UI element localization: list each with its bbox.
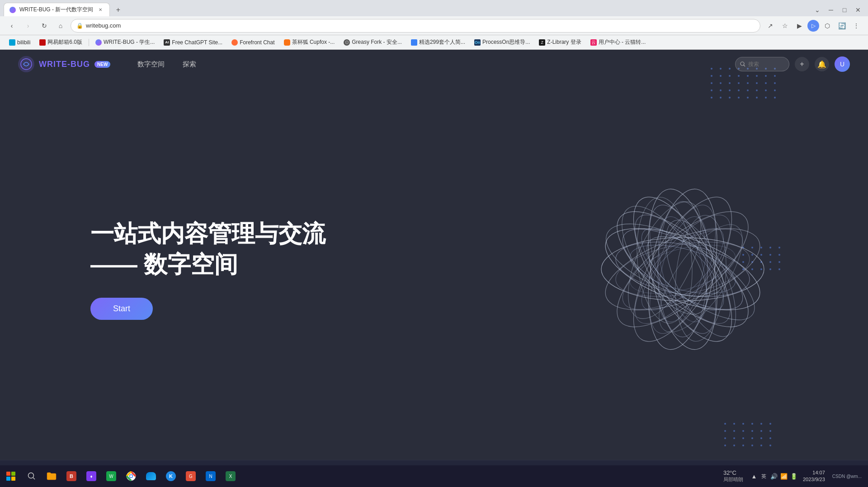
chahu-favicon — [284, 39, 290, 46]
svg-point-20 — [612, 214, 754, 324]
netease-label: 网易邮箱6.0版 — [47, 38, 82, 46]
greasy-favicon: ⚙ — [344, 39, 350, 46]
browser-toolbar: ‹ › ↻ ⌂ 🔒 writebug.com ↗ ☆ ▶ ▷ ⬡ 🔄 ⋮ — [0, 16, 868, 35]
bookmark-zlibrary[interactable]: Z Z-Library 登录 — [535, 37, 585, 48]
tab-list-button[interactable]: ⌄ — [811, 4, 824, 16]
tab-title: WRITE-BUG - 新一代数字空间 — [19, 6, 93, 14]
svg-point-23 — [630, 216, 735, 322]
greasy-label: Greasy Fork - 安全... — [352, 38, 402, 46]
nav-actions: + 🔔 U — [735, 56, 850, 72]
more-options-button[interactable]: ⋮ — [850, 19, 863, 32]
tray-ime-icon[interactable]: 英 — [760, 472, 769, 481]
bookmark-button[interactable]: ☆ — [778, 19, 791, 32]
maximize-button[interactable]: □ — [838, 4, 851, 16]
taskbar-app-notes[interactable]: N — [201, 466, 221, 486]
home-button[interactable]: ⌂ — [54, 19, 67, 32]
bookmark-forefront[interactable]: Forefront Chat — [228, 37, 278, 47]
weather-temp: 32°C — [723, 469, 736, 476]
taskbar-app-purple[interactable]: ♦ — [81, 466, 101, 486]
hero-title: 一站式内容管理与交流 —— 数字空间 — [90, 219, 326, 280]
chahu-label: 茶杯狐 Cupfox -... — [292, 38, 335, 46]
yunhutou-favicon: 云 — [590, 39, 597, 46]
weather-desc: 局部晴朗 — [723, 476, 743, 483]
bookmark-yunhutou[interactable]: 云 用户中心 - 云猫转... — [587, 37, 650, 48]
taskbar-app-onedrive[interactable] — [141, 466, 161, 486]
extensions-puzzle-button[interactable]: ⬡ — [821, 19, 834, 32]
nav-link-explore[interactable]: 探索 — [183, 60, 196, 69]
taskbar-app-chrome[interactable] — [121, 466, 141, 486]
new-tab-button[interactable]: + — [112, 4, 124, 16]
jingxuan-favicon — [411, 39, 417, 46]
address-bar[interactable]: 🔒 writebug.com — [71, 19, 760, 33]
taskbar-search-icon — [28, 472, 36, 480]
forefront-label: Forefront Chat — [240, 39, 274, 46]
hero-section: 一站式内容管理与交流 —— 数字空间 Start — [0, 79, 868, 460]
svg-point-26 — [630, 216, 735, 322]
back-button[interactable]: ‹ — [5, 19, 18, 32]
user-avatar[interactable]: U — [835, 56, 850, 72]
bookmark-writebug[interactable]: WRITE-BUG - 学生... — [92, 37, 158, 48]
taskbar-file-explorer[interactable] — [42, 466, 61, 486]
processon-favicon: On — [474, 39, 481, 46]
active-tab[interactable]: WRITE-BUG - 新一代数字空间 ✕ — [4, 3, 110, 16]
profile-button[interactable]: ▷ — [807, 20, 819, 32]
svg-point-6 — [600, 193, 765, 346]
hero-text: 一站式内容管理与交流 —— 数字空间 Start — [90, 219, 326, 320]
bilibili-label: bilibili — [17, 39, 30, 46]
weather-widget[interactable]: 32°C 局部晴朗 — [718, 469, 749, 483]
tray-volume-icon[interactable]: 🔊 — [769, 472, 778, 481]
site-nav: WRITE-BUG NEW 数字空间 探索 + 🔔 U — [0, 50, 868, 79]
tray-notification-icon[interactable]: ▲ — [750, 472, 759, 481]
bookmark-processon[interactable]: On ProcessOn思维导... — [471, 37, 533, 48]
bookmark-netease[interactable]: 网易邮箱6.0版 — [36, 37, 86, 48]
forward-button[interactable]: › — [22, 19, 34, 32]
taskbar-app-excel[interactable]: X — [221, 466, 241, 486]
svg-line-37 — [33, 478, 35, 479]
bookmark-bilibili[interactable]: bilibili — [5, 37, 34, 47]
forefront-favicon — [231, 39, 238, 46]
csdn-label: CSDN @wm... — [832, 473, 862, 480]
svg-point-11 — [600, 193, 765, 346]
taskbar-search-button[interactable] — [22, 466, 42, 486]
close-window-button[interactable]: ✕ — [852, 4, 864, 16]
tray-network-icon[interactable]: 📶 — [779, 472, 788, 481]
svg-point-14 — [612, 214, 754, 324]
taskbar-app-red[interactable]: B — [61, 466, 81, 486]
add-button[interactable]: + — [795, 57, 809, 71]
hero-title-line2: —— 数字空间 — [90, 249, 326, 280]
minimize-button[interactable]: ─ — [825, 4, 837, 16]
hero-title-line1: 一站式内容管理与交流 — [90, 219, 326, 249]
share-button[interactable]: ↗ — [764, 19, 777, 32]
toolbar-actions: ↗ ☆ ▶ ▷ ⬡ 🔄 ⋮ — [764, 19, 863, 32]
hero-graphic — [588, 174, 778, 364]
bookmark-jingxuan[interactable]: 精选299套个人简... — [407, 37, 469, 48]
svg-line-3 — [744, 65, 745, 66]
clock[interactable]: 14:07 2023/9/23 — [799, 469, 829, 483]
tab-close-button[interactable]: ✕ — [97, 6, 104, 14]
taskbar-app-kde[interactable]: K — [161, 466, 181, 486]
extension-button[interactable]: ▶ — [793, 19, 806, 32]
sync-button[interactable]: 🔄 — [835, 19, 848, 32]
bookmark-greasy[interactable]: ⚙ Greasy Fork - 安全... — [340, 37, 406, 48]
free-chatgpt-favicon: AI — [164, 39, 170, 46]
site-logo[interactable]: WRITE-BUG NEW — [18, 56, 110, 72]
nav-link-digital-space[interactable]: 数字空间 — [137, 60, 165, 69]
bookmark-free-chatgpt[interactable]: AI Free ChatGPT Site... — [160, 37, 226, 47]
start-button[interactable] — [0, 465, 22, 487]
csdn-info: CSDN @wm... — [830, 473, 864, 480]
search-box[interactable] — [735, 57, 789, 71]
start-button[interactable]: Start — [90, 298, 153, 320]
logo-badge: NEW — [94, 61, 110, 68]
taskbar-app-green[interactable]: W — [101, 466, 121, 486]
reload-button[interactable]: ↻ — [38, 19, 51, 32]
taskbar-tray: 32°C 局部晴朗 ▲ 英 🔊 📶 🔋 14:07 2023/9/23 CSDN… — [714, 469, 868, 483]
tray-battery-icon[interactable]: 🔋 — [789, 472, 798, 481]
search-input[interactable] — [748, 61, 784, 67]
notification-button[interactable]: 🔔 — [815, 57, 829, 71]
svg-point-5 — [595, 212, 770, 327]
svg-point-19 — [620, 201, 745, 337]
taskbar-app-git[interactable]: G — [181, 466, 201, 486]
netease-favicon — [39, 39, 46, 46]
writebug-label: WRITE-BUG - 学生... — [104, 38, 155, 46]
bookmark-chahu[interactable]: 茶杯狐 Cupfox -... — [280, 37, 339, 48]
